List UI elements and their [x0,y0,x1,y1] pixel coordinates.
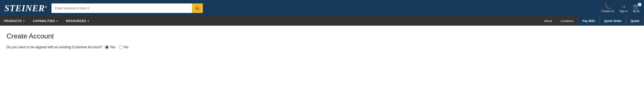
contact-us-link[interactable]: 📞 Contact Us [602,4,614,13]
radio-no-label[interactable]: No [119,45,128,49]
cart-link[interactable]: 🛒 0 $0.00 [633,4,640,13]
radio-yes-input[interactable] [105,45,109,49]
site-header: SteineR® 📞 Contact Us → Sign In 🛒 0 $0.0… [0,0,644,16]
contact-us-label: Contact Us [602,10,614,13]
search-icon [195,6,200,10]
nav-item-products[interactable]: PRODUCTS ▼ [0,16,29,26]
radio-yes-text: Yes [110,45,116,49]
nav-left: PRODUCTS ▼ CAPABILITIES ▼ RESOURCES ▼ [0,16,94,26]
nav-bar: PRODUCTS ▼ CAPABILITIES ▼ RESOURCES ▼ Ab… [0,16,644,26]
nav-item-locations[interactable]: Locations [556,16,578,26]
sign-in-icon: → [621,4,626,9]
search-input[interactable] [52,3,192,13]
search-area [52,3,203,13]
cart-total: $0.00 [633,10,640,13]
main-content: Create Account Do you want to be aligned… [0,26,644,58]
radio-group: Yes No [105,45,128,49]
nav-item-capabilities[interactable]: CAPABILITIES ▼ [29,16,62,26]
radio-no-input[interactable] [119,45,123,49]
logo[interactable]: SteineR® [4,3,47,13]
sign-in-label: Sign In [620,10,628,13]
chevron-down-icon: ▼ [56,20,58,22]
nav-item-resources[interactable]: RESOURCES ▼ [62,16,94,26]
nav-item-quote[interactable]: Quote [626,16,644,26]
cart-badge: 🛒 0 [633,4,640,9]
logo-text: SteineR® [4,3,47,13]
nav-item-about[interactable]: About [540,16,556,26]
page-title: Create Account [6,32,638,40]
search-button[interactable] [192,3,203,13]
radio-yes-label[interactable]: Yes [105,45,116,49]
contact-icon: 📞 [604,4,611,9]
chevron-down-icon: ▼ [23,20,25,22]
nav-item-quick-order[interactable]: Quick Order [600,16,626,26]
nav-right: About Locations Pay Bills Quick Order Qu… [540,16,644,26]
cart-count: 0 [638,3,642,6]
radio-no-text: No [124,45,128,49]
chevron-down-icon: ▼ [87,20,90,22]
question-text: Do you want to be aligned with an existi… [6,45,102,49]
nav-item-pay-bills[interactable]: Pay Bills [578,16,600,26]
sign-in-link[interactable]: → Sign In [620,4,628,13]
header-actions: 📞 Contact Us → Sign In 🛒 0 $0.00 [602,4,640,13]
account-question-row: Do you want to be aligned with an existi… [6,45,638,49]
